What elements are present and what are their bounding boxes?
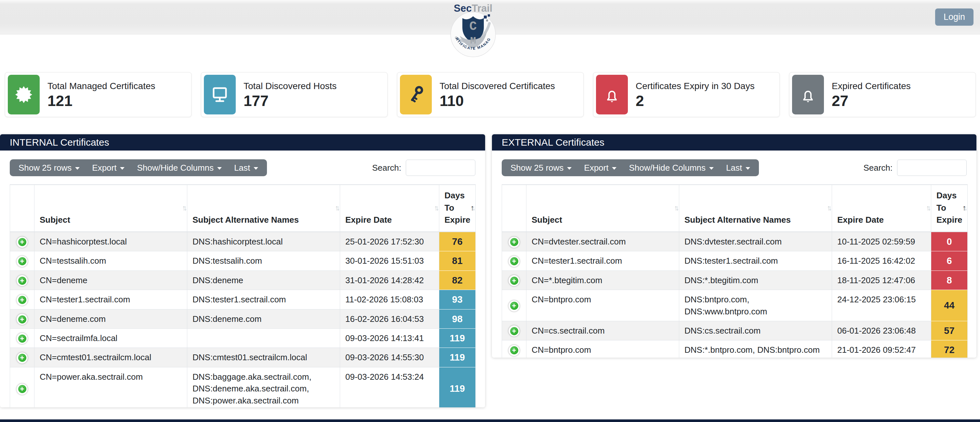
table-row: +CN=cs.sectrail.comDNS:cs.sectrail.com06… bbox=[502, 321, 968, 341]
stat-card-label: Total Discovered Certificates bbox=[440, 81, 555, 91]
days-to-expire-badge: 93 bbox=[439, 290, 476, 309]
cell-san: DNS:cs.sectrail.com bbox=[679, 321, 832, 341]
expand-row-icon[interactable]: + bbox=[509, 275, 520, 286]
days-to-expire-badge: 8 bbox=[931, 271, 968, 290]
expand-column-header bbox=[502, 185, 527, 232]
cell-san: DNS:deneme bbox=[187, 271, 340, 290]
column-header-san[interactable]: Subject Alternative Names↑↓ bbox=[187, 185, 340, 232]
expand-row-icon[interactable]: + bbox=[17, 275, 28, 286]
cell-san: DNS:*.btegitim.com bbox=[679, 271, 832, 290]
days-to-expire-badge: 119 bbox=[439, 348, 476, 367]
days-to-expire-badge: 72 bbox=[931, 341, 968, 358]
export-dropdown[interactable]: Export bbox=[86, 159, 131, 176]
show-rows-dropdown[interactable]: Show 25 rows bbox=[504, 159, 578, 176]
cell-san: DNS:tester1.sectrail.com bbox=[679, 251, 832, 271]
stat-card: Expired Certificates27 bbox=[789, 72, 976, 117]
table-row: +CN=cmtest01.sectrailcm.localDNS:cmtest0… bbox=[10, 348, 476, 367]
last-dropdown[interactable]: Last bbox=[720, 159, 756, 176]
column-header-expire-date[interactable]: Expire Date↑↓ bbox=[340, 185, 439, 232]
cell-subject: CN=deneme.com bbox=[35, 309, 187, 328]
search-input[interactable] bbox=[406, 160, 476, 176]
show-hide-columns-dropdown[interactable]: Show/Hide Columns bbox=[623, 159, 720, 176]
days-to-expire-badge: 119 bbox=[439, 367, 476, 408]
chevron-down-icon bbox=[217, 167, 222, 170]
column-header-san[interactable]: Subject Alternative Names↑↓ bbox=[679, 185, 832, 232]
external-search: Search: bbox=[863, 160, 967, 176]
search-label: Search: bbox=[372, 163, 401, 173]
cell-expire-date: 16-11-2025 16:42:02 bbox=[832, 251, 931, 271]
expand-row-icon[interactable]: + bbox=[17, 314, 28, 325]
expand-row-icon[interactable]: + bbox=[509, 300, 520, 312]
cell-subject: CN=bntpro.com bbox=[527, 290, 679, 321]
table-row: +CN=deneme.comDNS:deneme.com16-02-2026 1… bbox=[10, 309, 476, 328]
search-input[interactable] bbox=[897, 160, 967, 176]
login-button[interactable]: Login bbox=[935, 8, 974, 25]
expand-row-icon[interactable]: + bbox=[17, 352, 28, 363]
internal-certificates-panel: INTERNAL Certificates Show 25 rows Expor… bbox=[0, 134, 485, 408]
days-to-expire-badge: 98 bbox=[439, 309, 476, 328]
search-label: Search: bbox=[863, 163, 892, 173]
chevron-down-icon bbox=[120, 167, 124, 170]
cell-expire-date: 18-11-2025 12:47:06 bbox=[832, 271, 931, 290]
expand-row-icon[interactable]: + bbox=[17, 295, 28, 306]
cell-san: DNS:bntpro.com, DNS:www.bntpro.com bbox=[679, 290, 832, 321]
chevron-down-icon bbox=[612, 167, 616, 170]
cell-subject: CN=bntpro.com bbox=[527, 341, 679, 358]
expand-column-header bbox=[10, 185, 35, 232]
column-header-days-to-expire[interactable]: Days To Expire↑↓ bbox=[439, 185, 476, 232]
column-header-subject[interactable]: Subject↑↓ bbox=[527, 185, 679, 232]
chevron-down-icon bbox=[746, 167, 750, 170]
certificates-panels-row: INTERNAL Certificates Show 25 rows Expor… bbox=[0, 134, 977, 408]
cell-san: DNS:*.bntpro.com, DNS:bntpro.com bbox=[679, 341, 832, 358]
days-to-expire-badge: 119 bbox=[439, 329, 476, 348]
cell-subject: CN=sectrailmfa.local bbox=[35, 329, 187, 348]
internal-toolbar-button-group: Show 25 rows Export Show/Hide Columns La… bbox=[10, 159, 267, 176]
stat-cards-row: Total Managed Certificates121Total Disco… bbox=[5, 72, 976, 117]
column-header-days-to-expire[interactable]: Days To Expire↑↓ bbox=[931, 185, 968, 232]
cell-san bbox=[187, 329, 340, 348]
table-row: +CN=dvtester.sectrail.comDNS:dvtester.se… bbox=[502, 232, 968, 251]
cell-san: DNS:dvtester.sectrail.com bbox=[679, 232, 832, 251]
chevron-down-icon bbox=[709, 167, 714, 170]
cell-san: DNS:tester1.sectrail.com bbox=[187, 290, 340, 309]
expand-row-icon[interactable]: + bbox=[509, 325, 520, 336]
sort-asc-active-icon: ↑↓ bbox=[963, 202, 966, 213]
cell-expire-date: 16-02-2026 16:04:53 bbox=[340, 309, 439, 328]
export-dropdown[interactable]: Export bbox=[578, 159, 623, 176]
sort-asc-active-icon: ↑↓ bbox=[471, 202, 473, 213]
table-row: +CN=bntpro.comDNS:*.bntpro.com, DNS:bntp… bbox=[502, 341, 968, 358]
table-row: +CN=power.aka.sectrail.comDNS:baggage.ak… bbox=[10, 367, 476, 408]
stat-card-value: 27 bbox=[832, 93, 911, 108]
stat-card: Certificates Expiry in 30 Days2 bbox=[593, 72, 780, 117]
bottom-navy-bar bbox=[0, 419, 980, 422]
key-icon bbox=[400, 75, 432, 115]
sort-icon: ↑↓ bbox=[434, 202, 437, 213]
expand-row-icon[interactable]: + bbox=[509, 345, 520, 356]
logo-monogram-m: M bbox=[470, 35, 476, 46]
column-header-expire-date[interactable]: Expire Date↑↓ bbox=[832, 185, 931, 232]
cell-san: DNS:hashicorptest.local bbox=[187, 232, 340, 251]
expand-row-icon[interactable]: + bbox=[17, 237, 28, 248]
cell-expire-date: 10-11-2025 02:59:59 bbox=[832, 232, 931, 251]
cell-expire-date: 11-02-2026 15:08:03 bbox=[340, 290, 439, 309]
expand-row-icon[interactable]: + bbox=[509, 237, 520, 248]
last-dropdown[interactable]: Last bbox=[228, 159, 264, 176]
internal-toolbar: Show 25 rows Export Show/Hide Columns La… bbox=[0, 151, 485, 184]
show-rows-dropdown[interactable]: Show 25 rows bbox=[12, 159, 86, 176]
sort-icon: ↑↓ bbox=[926, 202, 929, 213]
expand-row-icon[interactable]: + bbox=[17, 333, 28, 344]
days-to-expire-badge: 6 bbox=[931, 251, 968, 271]
internal-panel-title: INTERNAL Certificates bbox=[0, 134, 485, 151]
table-header-row: Subject↑↓ Subject Alternative Names↑↓ Ex… bbox=[502, 185, 968, 232]
show-hide-columns-dropdown[interactable]: Show/Hide Columns bbox=[131, 159, 228, 176]
table-row: +CN=bntpro.comDNS:bntpro.com, DNS:www.bn… bbox=[502, 290, 968, 321]
table-row: +CN=tester1.sectrail.comDNS:tester1.sect… bbox=[10, 290, 476, 309]
stat-card-value: 2 bbox=[636, 93, 755, 108]
chevron-down-icon bbox=[75, 167, 80, 170]
sectrail-logo: SecTrail C M CERTIFICATE MANAGER bbox=[445, 2, 501, 59]
cell-subject: CN=tester1.sectrail.com bbox=[527, 251, 679, 271]
expand-row-icon[interactable]: + bbox=[17, 384, 28, 395]
column-header-subject[interactable]: Subject↑↓ bbox=[35, 185, 187, 232]
expand-row-icon[interactable]: + bbox=[17, 256, 28, 267]
expand-row-icon[interactable]: + bbox=[509, 256, 520, 267]
